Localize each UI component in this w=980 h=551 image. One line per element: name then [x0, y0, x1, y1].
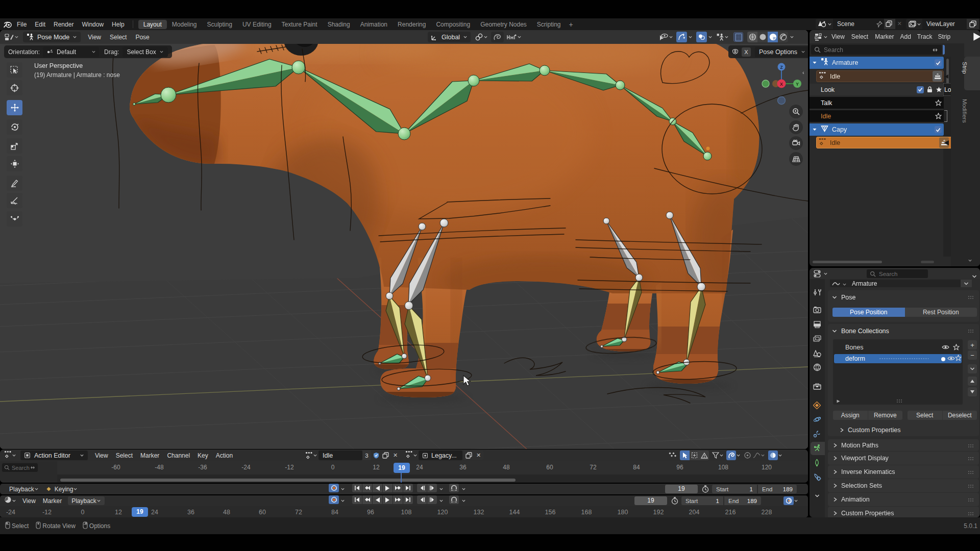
svg-text:X: X	[780, 82, 783, 87]
svg-text:Y: Y	[796, 82, 799, 87]
svg-text:Z: Z	[780, 65, 782, 70]
